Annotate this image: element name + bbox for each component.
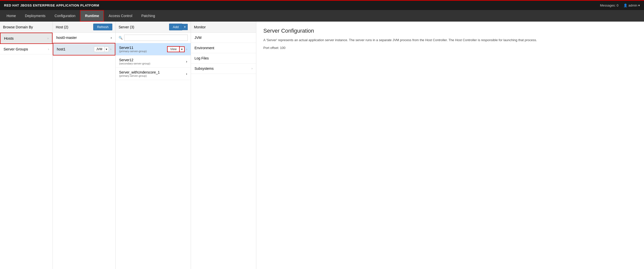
server-item-server11[interactable]: Server11 (primary-server-group) View ▾ › xyxy=(116,43,191,55)
user-icon: 👤 xyxy=(623,4,627,7)
host-panel-title: Host (2) xyxy=(56,25,68,29)
host0-master-chevron-icon: › xyxy=(111,36,112,40)
server-panel: Server (3) Add ▾ 🔍 Server11 (primary-ser… xyxy=(116,22,191,269)
host-item-host1[interactable]: host1 JVM ▾ › xyxy=(53,43,115,55)
monitor-jvm-label: JVM xyxy=(194,36,202,40)
server-underscore-group: (primary-server-group) xyxy=(119,74,160,77)
monitor-panel-title: Monitor xyxy=(194,25,206,29)
nav-configuration[interactable]: Configuration xyxy=(50,10,80,22)
jvm-button[interactable]: JVM xyxy=(94,46,105,52)
browse-item-hosts[interactable]: Hosts › xyxy=(0,33,53,44)
browse-panel-title: Browse Domain By xyxy=(3,25,33,29)
server-underscore-name: Server_withUnderscore_1 xyxy=(119,70,160,74)
view-btn-group: View ▾ › xyxy=(167,46,187,52)
server-panel-title: Server (3) xyxy=(119,25,134,29)
monitor-log-files-label: Log Files xyxy=(194,56,209,60)
monitor-subsystems-chevron-icon: › xyxy=(252,67,253,70)
user-menu[interactable]: 👤 admin ▾ xyxy=(623,4,640,7)
browse-panel-header: Browse Domain By xyxy=(0,22,53,33)
server11-group: (primary-server-group) xyxy=(119,50,147,53)
topbar: RED HAT JBOSS ENTERPRISE APPLICATION PLA… xyxy=(0,0,644,10)
host-panel-header: Host (2) Refresh xyxy=(53,22,115,33)
browse-item-server-groups[interactable]: Server Groups › xyxy=(0,44,53,54)
nav-patching[interactable]: Patching xyxy=(137,10,160,22)
jvm-btn-group: JVM ▾ › xyxy=(94,46,111,52)
add-dropdown-button[interactable]: ▾ xyxy=(182,24,188,30)
nav-access-control[interactable]: Access Control xyxy=(104,10,137,22)
monitor-item-jvm[interactable]: JVM xyxy=(191,33,256,43)
server12-info: Server12 (secondary-server-group) xyxy=(119,58,150,65)
browse-server-groups-chevron-icon: › xyxy=(48,47,49,51)
view-dropdown-button[interactable]: ▾ xyxy=(180,46,185,52)
server11-info: Server11 (primary-server-group) xyxy=(119,46,147,53)
monitor-panel-header: Monitor xyxy=(191,22,256,33)
search-icon: 🔍 xyxy=(119,36,123,40)
topbar-right: Messages: 0 👤 admin ▾ xyxy=(600,4,640,7)
browse-hosts-label: Hosts xyxy=(4,36,14,40)
server11-name: Server11 xyxy=(119,46,147,50)
server-item-server-underscore[interactable]: Server_withUnderscore_1 (primary-server-… xyxy=(116,68,191,80)
jvm-dropdown-button[interactable]: ▾ xyxy=(105,47,109,52)
add-btn-group: Add ▾ xyxy=(169,24,188,30)
server-search-input[interactable] xyxy=(124,35,188,41)
config-panel-description: A 'Server' represents an actual applicat… xyxy=(263,38,637,43)
monitor-panel: Monitor JVM Environment Log Files Subsys… xyxy=(191,22,256,269)
monitor-item-log-files[interactable]: Log Files xyxy=(191,53,256,63)
nav-home[interactable]: Home xyxy=(2,10,20,22)
config-panel: Server Configuration A 'Server' represen… xyxy=(256,22,644,269)
server12-group: (secondary-server-group) xyxy=(119,62,150,65)
server11-chevron-icon: › xyxy=(186,47,187,51)
view-button[interactable]: View xyxy=(167,46,180,52)
host1-chevron-icon: › xyxy=(110,47,111,51)
server-panel-header: Server (3) Add ▾ xyxy=(116,22,191,33)
add-button[interactable]: Add xyxy=(169,24,182,30)
messages-label: Messages: 0 xyxy=(600,4,619,7)
refresh-button[interactable]: Refresh xyxy=(93,24,112,30)
server-item-server12[interactable]: Server12 (secondary-server-group) › xyxy=(116,55,191,68)
main-content: Browse Domain By Hosts › Server Groups ›… xyxy=(0,22,644,269)
monitor-item-environment[interactable]: Environment xyxy=(191,43,256,53)
user-chevron-icon: ▾ xyxy=(638,4,640,7)
brand-logo: RED HAT JBOSS ENTERPRISE APPLICATION PLA… xyxy=(4,4,99,7)
monitor-item-subsystems[interactable]: Subsystems › xyxy=(191,63,256,74)
browse-panel: Browse Domain By Hosts › Server Groups › xyxy=(0,22,53,269)
server-search-bar: 🔍 xyxy=(116,33,191,43)
server12-chevron-icon: › xyxy=(186,59,187,63)
server-list: Server11 (primary-server-group) View ▾ ›… xyxy=(116,43,191,269)
config-panel-port-offset: Port offset: 100 xyxy=(263,45,637,51)
nav-runtime[interactable]: Runtime xyxy=(80,10,104,22)
server-underscore-chevron-icon: › xyxy=(186,72,187,76)
user-label: admin xyxy=(628,4,637,7)
server12-name: Server12 xyxy=(119,58,150,62)
server-underscore-info: Server_withUnderscore_1 (primary-server-… xyxy=(119,70,160,77)
monitor-environment-label: Environment xyxy=(194,46,214,50)
browse-hosts-chevron-icon: › xyxy=(47,37,48,40)
host-item-host0-master[interactable]: host0-master › xyxy=(53,33,115,43)
browse-server-groups-label: Server Groups xyxy=(4,47,28,51)
host-panel: Host (2) Refresh host0-master › host1 JV… xyxy=(53,22,116,269)
host1-label: host1 xyxy=(57,47,65,51)
config-panel-title: Server Configuration xyxy=(263,28,637,34)
host0-master-label: host0-master xyxy=(56,36,77,40)
navbar: Home Deployments Configuration Runtime A… xyxy=(0,10,644,22)
nav-deployments[interactable]: Deployments xyxy=(20,10,50,22)
monitor-subsystems-label: Subsystems xyxy=(194,66,214,71)
